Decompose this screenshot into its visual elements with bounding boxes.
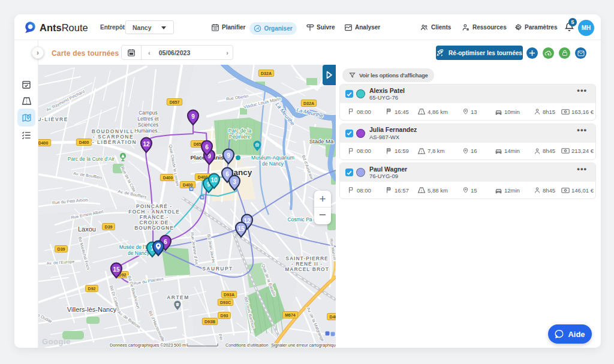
svg-text:Muséum-Aquarium: Muséum-Aquarium	[251, 155, 294, 161]
svg-text:D93: D93	[221, 314, 228, 318]
svg-text:ARTEM: ARTEM	[167, 294, 189, 300]
svg-text:Données cartographiques ©2023: Données cartographiques ©2023	[110, 342, 173, 348]
svg-text:Sciences: Sciences	[138, 122, 159, 128]
svg-text:D400: D400	[163, 176, 173, 180]
svg-text:D92: D92	[88, 287, 96, 291]
svg-text:M: M	[190, 187, 192, 191]
svg-text:D32A: D32A	[303, 101, 314, 106]
svg-text:Parc de la Cure d’Air: Parc de la Cure d’Air	[68, 156, 115, 162]
svg-text:D400: D400	[38, 141, 48, 145]
svg-text:D657: D657	[170, 100, 180, 104]
svg-text:D39: D39	[58, 247, 65, 251]
svg-text:- LIBÉRATION: - LIBÉRATION	[92, 139, 137, 145]
svg-text:MARCEL BROT: MARCEL BROT	[285, 266, 329, 272]
svg-text:500 m: 500 m	[174, 342, 186, 348]
svg-text:D400: D400	[79, 140, 89, 145]
svg-text:Cosmic Pa: Cosmic Pa	[287, 216, 312, 222]
svg-text:de Nancy: de Nancy	[128, 250, 150, 256]
svg-text:OU-LIÈVRE: OU-LIÈVRE	[38, 116, 68, 122]
svg-text:12: 12	[143, 141, 150, 148]
svg-text:D40: D40	[330, 315, 336, 319]
svg-text:9: 9	[191, 113, 195, 120]
svg-text:10: 10	[210, 177, 218, 183]
svg-text:Pépinière: Pépinière	[229, 134, 251, 140]
svg-text:15: 15	[113, 266, 120, 273]
svg-text:Parc de la: Parc de la	[228, 128, 252, 134]
svg-text:D39: D39	[105, 225, 113, 229]
svg-text:D93B: D93B	[204, 320, 215, 324]
svg-text:Google: Google	[42, 337, 71, 346]
svg-text:Laxou: Laxou	[78, 225, 96, 233]
svg-text:Conditions d’utilisation: Conditions d’utilisation	[225, 342, 269, 348]
svg-text:Signaler une erreur cartograph: Signaler une erreur cartographique	[271, 342, 336, 348]
svg-text:Villers-lès-Nancy: Villers-lès-Nancy	[67, 306, 117, 313]
svg-text:15: 15	[237, 225, 245, 232]
svg-text:D400: D400	[183, 183, 193, 187]
svg-text:D93C: D93C	[220, 300, 231, 305]
svg-text:6: 6	[205, 144, 209, 151]
svg-text:M674: M674	[285, 313, 296, 317]
svg-text:Lettres et: Lettres et	[137, 116, 159, 122]
svg-text:9: 9	[227, 152, 230, 159]
svg-text:SAURUPT: SAURUPT	[202, 266, 233, 272]
svg-text:6: 6	[225, 171, 229, 178]
svg-text:6: 6	[164, 239, 167, 245]
svg-text:BOURGOGNE: BOURGOGNE	[134, 225, 174, 231]
svg-text:Stade Ma: Stade Ma	[309, 138, 334, 145]
svg-text:M: M	[201, 195, 203, 199]
svg-text:D32A: D32A	[261, 71, 272, 76]
svg-text:D93A: D93A	[224, 293, 234, 297]
svg-text:Humaines...: Humaines...	[134, 128, 161, 134]
svg-text:de Nancy: de Nancy	[262, 161, 284, 167]
svg-text:3: 3	[233, 179, 236, 185]
svg-text:Campus: Campus	[139, 110, 158, 116]
